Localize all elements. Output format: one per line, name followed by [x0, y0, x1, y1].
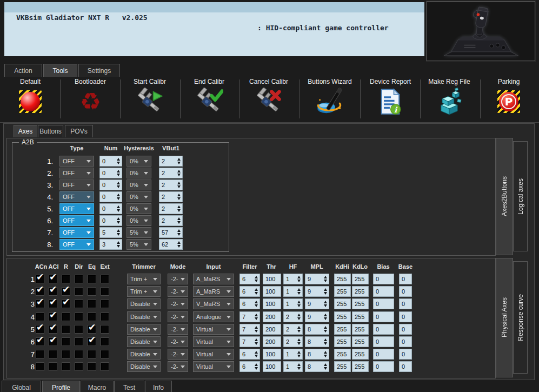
phys-filter-spinner-row2-steppers[interactable] — [252, 287, 259, 296]
spinner-up-icon[interactable] — [177, 194, 181, 196]
a2b-vbut1-spinner-row3-steppers[interactable] — [175, 180, 182, 190]
phys-ext-checkbox-row2[interactable] — [101, 287, 109, 296]
start-calibr-button[interactable]: Start Calibr — [121, 78, 178, 121]
phys-mpl-spinner-row5[interactable]: 8 — [305, 324, 329, 335]
phys-input-dropdown-row1[interactable]: A_MaRS — [193, 274, 234, 284]
spinner-down-icon[interactable] — [177, 209, 181, 212]
phys-kdlo-field-row2[interactable]: 255 — [352, 286, 369, 297]
phys-hf-spinner-row7-steppers[interactable] — [295, 349, 302, 359]
a2b-num-spinner-row2-steppers[interactable] — [115, 168, 122, 178]
phys-kdhi-field-row3[interactable]: 255 — [334, 298, 351, 309]
spinner-down-icon[interactable] — [177, 197, 181, 200]
phys-kdhi-field-row1[interactable]: 255 — [334, 274, 351, 284]
spinner-up-icon[interactable] — [117, 229, 120, 232]
phys-dir-checkbox-row1[interactable] — [75, 275, 83, 283]
phys-thr-field-row4[interactable]: 200 — [263, 311, 281, 322]
spinner-down-icon[interactable] — [297, 317, 301, 320]
phys-acn-checkbox-row5[interactable]: ✔ — [36, 325, 44, 334]
spinner-down-icon[interactable] — [117, 209, 120, 212]
spinner-down-icon[interactable] — [117, 221, 120, 224]
a2b-vbut1-spinner-row1-steppers[interactable] — [175, 156, 182, 166]
spinner-up-icon[interactable] — [177, 158, 181, 161]
phys-r-checkbox-row8[interactable] — [62, 362, 70, 371]
phys-acn-checkbox-row1[interactable]: ✔ — [36, 275, 44, 283]
phys-mode-dropdown-row8[interactable]: -2- — [168, 361, 188, 372]
spinner-up-icon[interactable] — [297, 301, 301, 303]
spinner-up-icon[interactable] — [177, 170, 181, 172]
phys-r-checkbox-row6[interactable] — [62, 337, 70, 346]
phys-mpl-spinner-row1-steppers[interactable] — [322, 274, 329, 284]
spinner-up-icon[interactable] — [117, 182, 120, 184]
phys-mpl-spinner-row8-steppers[interactable] — [322, 362, 329, 371]
spinner-up-icon[interactable] — [177, 205, 181, 208]
phys-hf-spinner-row7[interactable]: 1 — [283, 349, 303, 360]
spinner-up-icon[interactable] — [324, 363, 327, 366]
spinner-down-icon[interactable] — [324, 330, 327, 333]
phys-hf-spinner-row6-steppers[interactable] — [295, 337, 302, 347]
spinner-up-icon[interactable] — [297, 276, 301, 278]
phys-base-field-row1[interactable]: 0 — [399, 274, 412, 284]
phys-trimmer-dropdown-row7[interactable]: Disable — [127, 349, 161, 360]
tab-action[interactable]: Action — [4, 64, 42, 77]
phys-mpl-spinner-row7[interactable]: 8 — [305, 349, 329, 360]
parking-button[interactable]: ParkingP — [480, 78, 537, 121]
phys-eq-checkbox-row8[interactable] — [88, 362, 96, 371]
phys-ext-checkbox-row7[interactable] — [101, 350, 109, 358]
phys-kdhi-field-row8[interactable]: 255 — [334, 361, 351, 372]
phys-kdhi-field-row2[interactable]: 255 — [334, 286, 351, 297]
a2b-hysteresis-dropdown-row3[interactable]: 0% — [127, 180, 151, 190]
spinner-up-icon[interactable] — [117, 158, 120, 161]
spinner-down-icon[interactable] — [297, 330, 301, 333]
side-tab-axes2buttons[interactable]: Axes2Buttons — [496, 138, 513, 255]
phys-mpl-spinner-row5-steppers[interactable] — [322, 324, 329, 334]
phys-bias-field-row8[interactable]: 0 — [373, 361, 394, 372]
spinner-down-icon[interactable] — [177, 245, 181, 248]
phys-thr-field-row5[interactable]: 200 — [263, 324, 281, 335]
phys-bias-field-row2[interactable]: 0 — [373, 286, 394, 297]
spinner-up-icon[interactable] — [297, 351, 301, 354]
phys-input-dropdown-row4[interactable]: Analogue — [193, 311, 234, 322]
a2b-vbut1-spinner-row5[interactable]: 2 — [159, 203, 183, 214]
phys-ext-checkbox-row3[interactable] — [101, 300, 109, 308]
side-tab-logical-axes[interactable]: Logical axes — [513, 141, 528, 251]
side-tab-response-curve[interactable]: Response curve — [513, 261, 528, 374]
phys-base-field-row2[interactable]: 0 — [399, 286, 412, 297]
phys-ext-checkbox-row8[interactable] — [101, 362, 109, 371]
phys-mode-dropdown-row5[interactable]: -2- — [168, 324, 188, 335]
phys-filter-spinner-row7-steppers[interactable] — [252, 349, 259, 359]
phys-r-checkbox-row2[interactable]: ✔ — [62, 287, 70, 296]
a2b-hysteresis-dropdown-row8[interactable]: 5% — [127, 239, 151, 250]
spinner-down-icon[interactable] — [324, 280, 327, 282]
phys-acl-checkbox-row3[interactable]: ✔ — [49, 300, 57, 308]
a2b-num-spinner-row3[interactable]: 0 — [99, 180, 122, 190]
spinner-down-icon[interactable] — [324, 367, 327, 370]
phys-kdhi-field-row4[interactable]: 255 — [334, 311, 351, 322]
spinner-down-icon[interactable] — [297, 355, 301, 357]
device-console-selected-line[interactable]: VKBsim Gladiator NXT R v2.025 : HID-comp… — [4, 2, 424, 12]
spinner-up-icon[interactable] — [324, 301, 327, 303]
spinner-down-icon[interactable] — [177, 162, 181, 164]
phys-thr-field-row3[interactable]: 100 — [263, 298, 281, 309]
a2b-num-spinner-row4-steppers[interactable] — [115, 192, 122, 202]
phys-filter-spinner-row4[interactable]: 7 — [239, 311, 260, 322]
spinner-down-icon[interactable] — [117, 174, 120, 176]
spinner-down-icon[interactable] — [177, 233, 181, 236]
phys-hf-spinner-row8-steppers[interactable] — [295, 362, 302, 371]
a2b-hysteresis-dropdown-row7[interactable]: 5% — [127, 227, 151, 238]
a2b-hysteresis-dropdown-row1[interactable]: 0% — [127, 156, 151, 167]
spinner-down-icon[interactable] — [117, 162, 120, 164]
spinner-down-icon[interactable] — [255, 355, 258, 357]
phys-eq-checkbox-row4[interactable] — [88, 313, 96, 321]
phys-acl-checkbox-row8[interactable] — [49, 362, 57, 371]
phys-mpl-spinner-row2[interactable]: 9 — [305, 286, 329, 297]
phys-r-checkbox-row3[interactable]: ✔ — [62, 300, 70, 308]
phys-hf-spinner-row1[interactable]: 1 — [283, 274, 303, 284]
phys-bias-field-row4[interactable]: 0 — [373, 311, 394, 322]
phys-base-field-row7[interactable]: 0 — [399, 349, 412, 360]
phys-input-dropdown-row3[interactable]: V_MaRS — [193, 298, 234, 309]
spinner-up-icon[interactable] — [117, 170, 120, 172]
phys-mpl-spinner-row4[interactable]: 9 — [305, 311, 329, 322]
spinner-up-icon[interactable] — [255, 288, 258, 291]
spinner-up-icon[interactable] — [297, 326, 301, 329]
a2b-num-spinner-row1-steppers[interactable] — [115, 156, 122, 166]
